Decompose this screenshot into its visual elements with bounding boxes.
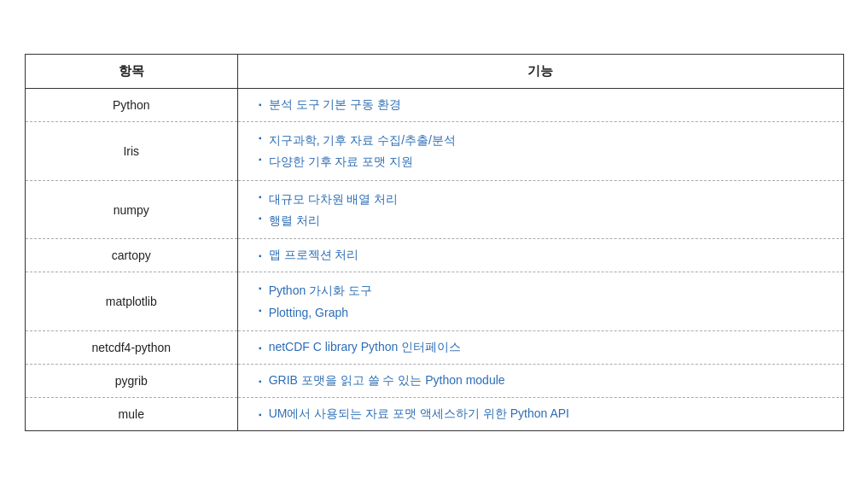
feature-single: ▪GRIB 포맷을 읽고 쓸 수 있는 Python module: [259, 373, 829, 389]
feature-single: ▪분석 도구 기본 구동 환경: [259, 97, 829, 113]
main-table-wrapper: 항목 기능 Python▪분석 도구 기본 구동 환경Iris▪지구과학, 기후…: [25, 54, 844, 431]
bullet-icon: ▪: [259, 343, 262, 353]
bullet-icon: ▪: [259, 212, 262, 225]
bullet-icon: ▪: [259, 100, 262, 109]
list-item: ▪다양한 기후 자료 포맷 지원: [259, 152, 829, 171]
bullet-icon: ▪: [259, 282, 262, 295]
table-cell-item: pygrib: [26, 365, 238, 398]
feature-text: 다양한 기후 자료 포맷 지원: [269, 152, 414, 171]
bullet-icon: ▪: [259, 410, 262, 419]
table-row: Python▪분석 도구 기본 구동 환경: [26, 88, 843, 121]
list-item: ▪지구과학, 기후 자료 수집/추출/분석: [259, 131, 829, 149]
bullet-icon: ▪: [259, 251, 262, 260]
table-cell-item: cartopy: [26, 239, 238, 272]
feature-text: GRIB 포맷을 읽고 쓸 수 있는 Python module: [269, 373, 505, 389]
feature-text: 맵 프로젝션 처리: [269, 248, 359, 263]
bullet-icon: ▪: [259, 304, 262, 318]
feature-text: netCDF C library Python 인터페이스: [269, 340, 462, 355]
list-item: ▪Plotting, Graph: [259, 303, 829, 322]
table-cell-item: Python: [26, 88, 238, 121]
feature-text: Plotting, Graph: [269, 303, 348, 322]
feature-single: ▪netCDF C library Python 인터페이스: [259, 340, 829, 355]
table-cell-feature: ▪UM에서 사용되는 자료 포맷 액세스하기 위한 Python API: [238, 398, 843, 431]
table-row: Iris▪지구과학, 기후 자료 수집/추출/분석▪다양한 기후 자료 포맷 지…: [26, 121, 843, 180]
table-cell-item: matplotlib: [26, 272, 238, 331]
feature-text: 행렬 처리: [269, 211, 320, 230]
feature-text: UM에서 사용되는 자료 포맷 액세스하기 위한 Python API: [269, 406, 569, 422]
table-cell-item: Iris: [26, 121, 238, 180]
list-item: ▪행렬 처리: [259, 211, 829, 230]
bullet-icon: ▪: [259, 153, 262, 167]
table-cell-item: mule: [26, 398, 238, 431]
table-cell-item: netcdf4-python: [26, 331, 238, 365]
table-cell-item: numpy: [26, 180, 238, 239]
header-feature: 기능: [238, 55, 843, 89]
table-cell-feature: ▪대규모 다차원 배열 처리▪행렬 처리: [238, 180, 843, 239]
table-row: matplotlib▪Python 가시화 도구▪Plotting, Graph: [26, 272, 843, 331]
feature-list: ▪지구과학, 기후 자료 수집/추출/분석▪다양한 기후 자료 포맷 지원: [259, 131, 829, 172]
table-cell-feature: ▪맵 프로젝션 처리: [238, 239, 843, 272]
list-item: ▪Python 가시화 도구: [259, 281, 829, 300]
table-cell-feature: ▪분석 도구 기본 구동 환경: [238, 88, 843, 121]
table-cell-feature: ▪netCDF C library Python 인터페이스: [238, 331, 843, 365]
table-header-row: 항목 기능: [26, 55, 843, 89]
table-row: numpy▪대규모 다차원 배열 처리▪행렬 처리: [26, 180, 843, 239]
list-item: ▪대규모 다차원 배열 처리: [259, 190, 829, 208]
table-row: pygrib▪GRIB 포맷을 읽고 쓸 수 있는 Python module: [26, 365, 843, 398]
feature-text: 대규모 다차원 배열 처리: [269, 190, 399, 208]
feature-list: ▪대규모 다차원 배열 처리▪행렬 처리: [259, 190, 829, 231]
feature-list: ▪Python 가시화 도구▪Plotting, Graph: [259, 281, 829, 322]
bullet-icon: ▪: [259, 131, 262, 145]
table-row: mule▪UM에서 사용되는 자료 포맷 액세스하기 위한 Python API: [26, 398, 843, 431]
table-row: netcdf4-python▪netCDF C library Python 인…: [26, 331, 843, 365]
table-cell-feature: ▪Python 가시화 도구▪Plotting, Graph: [238, 272, 843, 331]
header-item: 항목: [26, 55, 238, 89]
bullet-icon: ▪: [259, 190, 262, 204]
feature-single: ▪UM에서 사용되는 자료 포맷 액세스하기 위한 Python API: [259, 406, 829, 422]
feature-text: 분석 도구 기본 구동 환경: [269, 97, 402, 113]
feature-text: 지구과학, 기후 자료 수집/추출/분석: [269, 131, 456, 149]
feature-single: ▪맵 프로젝션 처리: [259, 248, 829, 263]
table-cell-feature: ▪지구과학, 기후 자료 수집/추출/분석▪다양한 기후 자료 포맷 지원: [238, 121, 843, 180]
bullet-icon: ▪: [259, 377, 262, 386]
table-row: cartopy▪맵 프로젝션 처리: [26, 239, 843, 272]
feature-text: Python 가시화 도구: [269, 281, 372, 300]
features-table: 항목 기능 Python▪분석 도구 기본 구동 환경Iris▪지구과학, 기후…: [26, 55, 843, 430]
table-cell-feature: ▪GRIB 포맷을 읽고 쓸 수 있는 Python module: [238, 365, 843, 398]
